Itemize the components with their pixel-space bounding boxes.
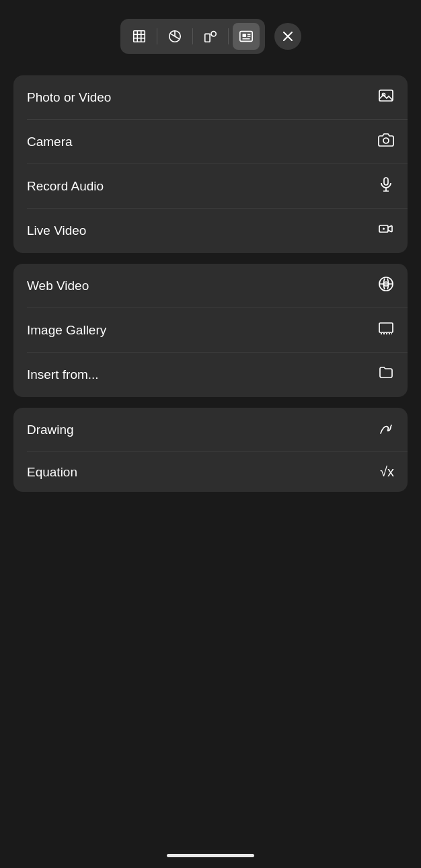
photo-video-icon: [378, 87, 394, 108]
equation-icon: √x: [380, 464, 394, 480]
folder-icon: [378, 365, 394, 385]
equation-item[interactable]: Equation √x: [13, 452, 408, 492]
divider-3: [228, 28, 229, 44]
drawing-item[interactable]: Drawing: [13, 408, 408, 452]
svg-rect-13: [379, 90, 393, 101]
equation-label: Equation: [27, 465, 77, 480]
web-video-item[interactable]: Web Video: [13, 264, 408, 308]
svg-rect-21: [379, 323, 393, 332]
toolbar-group: [120, 19, 265, 54]
svg-rect-6: [204, 34, 209, 42]
menu-group-3: Drawing Equation √x: [13, 408, 408, 492]
insert-from-item[interactable]: Insert from...: [13, 353, 408, 397]
svg-point-15: [383, 138, 389, 143]
divider-2: [192, 28, 193, 44]
photo-video-label: Photo or Video: [27, 90, 111, 105]
media-button[interactable]: [233, 23, 260, 50]
chart-button[interactable]: [161, 23, 188, 50]
camera-icon: [378, 132, 394, 152]
shape-button[interactable]: [197, 23, 224, 50]
camera-label: Camera: [27, 135, 73, 149]
toolbar: [0, 8, 421, 65]
camera-item[interactable]: Camera: [13, 120, 408, 164]
photo-video-item[interactable]: Photo or Video: [13, 75, 408, 120]
drawing-icon: [378, 420, 394, 440]
svg-point-20: [383, 228, 385, 230]
home-indicator: [167, 854, 254, 857]
divider-1: [157, 28, 157, 44]
live-video-icon: [378, 221, 394, 241]
svg-rect-0: [133, 31, 145, 42]
image-gallery-icon: [378, 320, 394, 340]
menu-group-2: Web Video Image Gallery: [13, 264, 408, 397]
close-button[interactable]: [274, 23, 301, 50]
image-gallery-label: Image Gallery: [27, 323, 106, 338]
web-video-label: Web Video: [27, 279, 89, 293]
web-video-icon: [378, 276, 394, 296]
record-audio-label: Record Audio: [27, 179, 104, 194]
insert-from-label: Insert from...: [27, 367, 99, 382]
microphone-icon: [378, 176, 394, 196]
drawing-label: Drawing: [27, 423, 74, 437]
record-audio-item[interactable]: Record Audio: [13, 164, 408, 209]
content: Photo or Video Camera Record Audio: [0, 65, 421, 503]
menu-group-1: Photo or Video Camera Record Audio: [13, 75, 408, 253]
live-video-label: Live Video: [27, 223, 86, 238]
svg-point-7: [210, 32, 215, 36]
live-video-item[interactable]: Live Video: [13, 209, 408, 253]
svg-rect-9: [242, 34, 246, 37]
table-button[interactable]: [126, 23, 153, 50]
image-gallery-item[interactable]: Image Gallery: [13, 308, 408, 353]
svg-rect-16: [384, 178, 388, 185]
